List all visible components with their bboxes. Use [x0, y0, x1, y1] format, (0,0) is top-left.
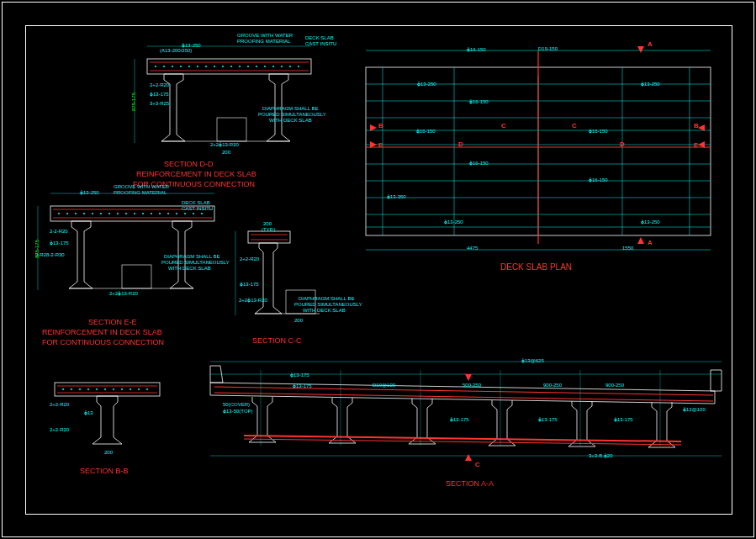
dd-label-d14: 875-175 — [131, 92, 136, 111]
aa-label-12: ϕ12@100 — [683, 406, 706, 412]
svg-point-93 — [130, 388, 131, 390]
marker-B-right: B — [694, 122, 699, 129]
ee-label-e14: WITH DECK SLAB — [168, 266, 211, 271]
svg-point-47 — [289, 66, 291, 67]
cc-label-c5: 2+2ϕ13-R20 — [239, 297, 267, 303]
svg-point-63 — [117, 213, 119, 214]
aa-label-6: D19@100 — [373, 383, 395, 388]
dd-label-d9: 2+2ϕ13-R20 — [210, 141, 239, 147]
svg-point-42 — [247, 66, 249, 67]
plan-label-13: 4475 — [467, 246, 478, 251]
svg-point-69 — [167, 213, 169, 214]
dd-label-d12: WITH DECK SLAB — [269, 118, 312, 123]
svg-rect-52 — [122, 265, 151, 288]
svg-rect-76 — [248, 231, 290, 243]
aa-label-4: 50(COVER) — [223, 402, 250, 407]
svg-rect-82 — [55, 383, 160, 396]
svg-point-72 — [193, 213, 194, 214]
marker-E-left: E — [378, 141, 383, 149]
svg-point-59 — [83, 213, 85, 214]
aa-label-4b: ϕ13-50(TOP) — [223, 408, 253, 414]
ee-label-e9: 3-R28-2-R30 — [35, 252, 65, 257]
svg-point-62 — [108, 213, 110, 214]
svg-point-64 — [125, 213, 127, 214]
dd-label-d11: POURED SIMULTANEOUSLY — [258, 112, 326, 117]
section-dd-title-1: SECTION D-D — [164, 160, 214, 168]
aa-label-2: ϕ13-175 — [450, 416, 469, 422]
plan-label-10: ϕ13-350 — [387, 193, 406, 199]
plan-label-2: D19-150 — [538, 46, 558, 51]
svg-point-70 — [176, 213, 177, 214]
marker-C-right: C — [572, 122, 577, 129]
section-ee-title-3: FOR CONTINUOUS CONNECTION — [42, 338, 164, 346]
svg-point-57 — [66, 213, 68, 214]
ee-label-e6: CAST INSITU — [182, 206, 213, 211]
bb-label-b1: 2+2-R20 — [50, 402, 69, 407]
bb-label-b2: ϕ13 — [84, 410, 93, 415]
svg-point-67 — [151, 213, 152, 214]
dd-label-d8: 3+3-R25 — [150, 101, 169, 106]
svg-point-36 — [197, 66, 198, 67]
svg-point-86 — [71, 388, 72, 390]
svg-point-60 — [92, 213, 93, 214]
svg-point-41 — [239, 66, 241, 67]
ee-label-e10: 2+2ϕ13-R20 — [109, 290, 138, 296]
svg-point-43 — [256, 66, 257, 67]
section-cc-title: SECTION C-C — [252, 336, 302, 345]
svg-point-37 — [205, 66, 207, 67]
plan-label-7: ϕ16-150 — [589, 128, 608, 134]
aa-label-1: ϕ13@625 — [521, 357, 544, 363]
cc-label-c1: 200 — [263, 221, 272, 226]
marker-B-left: B — [378, 122, 383, 129]
aa-label-3: ϕ13-175 — [293, 383, 312, 388]
marker-A-mid: A — [648, 239, 653, 246]
ee-label-e7: 2-2-R20 — [50, 229, 68, 234]
cc-label-c9: 200 — [294, 318, 303, 323]
ee-label-e2: ϕ13-250 — [80, 189, 99, 195]
plan-label-4: ϕ13-250 — [641, 81, 660, 87]
svg-point-61 — [100, 213, 102, 214]
aa-label-8: 900-250 — [543, 383, 562, 388]
marker-C-bottom: C — [475, 461, 480, 468]
bb-label-b3: 2+2-R20 — [50, 427, 69, 432]
marker-E-right: E — [694, 141, 698, 149]
svg-point-88 — [87, 388, 89, 390]
section-bb-group — [55, 383, 160, 444]
svg-point-66 — [142, 213, 144, 214]
section-ee-title-2: REINFORCEMENT IN DECK SLAB — [42, 328, 162, 336]
svg-point-56 — [58, 213, 60, 214]
plan-label-14: 1550 — [622, 246, 633, 251]
ee-label-e13: POURED SIMULTANEOUSLY — [161, 260, 230, 265]
aa-label-10: ϕ13-175 — [538, 416, 558, 422]
marker-D-right: D — [620, 140, 625, 148]
bb-label-b4: 200 — [104, 450, 113, 455]
aa-label-9: 900-250 — [605, 383, 624, 388]
svg-point-40 — [230, 66, 232, 67]
ee-label-e8: ϕ13-175 — [50, 240, 69, 246]
dd-label-d4: DECK SLAB — [305, 35, 334, 40]
svg-point-38 — [214, 66, 215, 67]
ee-label-e3: GROOVE WITH WATER — [114, 184, 169, 189]
cc-label-c6: DIAPHRAGM SHALL BE — [299, 296, 354, 301]
svg-point-91 — [113, 388, 114, 390]
svg-marker-109 — [465, 454, 472, 461]
marker-D-left: D — [458, 140, 463, 148]
cc-label-c7: POURED SIMULTANEOUSLY — [294, 302, 362, 307]
aa-label-11: ϕ13-175 — [614, 416, 633, 422]
svg-point-31 — [155, 66, 156, 67]
plan-label-12: ϕ13-250 — [641, 219, 660, 225]
svg-point-85 — [62, 388, 64, 390]
plan-label-9: ϕ16-150 — [589, 177, 608, 182]
dd-label-d3: PROOFING MATERIAL — [237, 39, 290, 44]
dd-label-d5: CAST INSITU — [305, 41, 336, 46]
aa-label-7: 500-250 — [463, 383, 481, 388]
svg-point-73 — [201, 213, 203, 214]
svg-point-33 — [172, 66, 173, 67]
svg-point-89 — [96, 388, 98, 390]
dd-label-d1: ϕ13-250 — [182, 42, 201, 48]
svg-point-71 — [184, 213, 186, 214]
svg-point-58 — [75, 213, 77, 214]
cc-label-c2: (TYP.) — [262, 227, 276, 232]
svg-rect-27 — [217, 118, 246, 141]
plan-label-6: ϕ16-150 — [416, 128, 436, 134]
